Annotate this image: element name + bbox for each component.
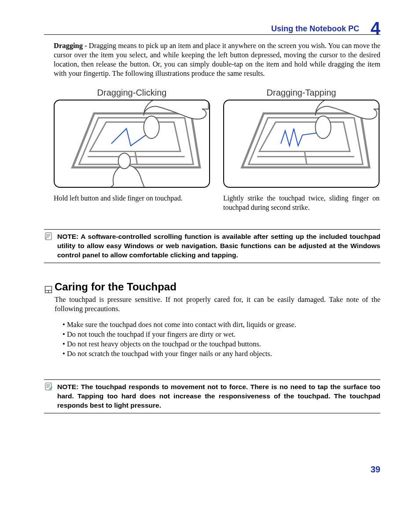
precaution-item: Do not scratch the touchpad with your fi… bbox=[63, 349, 380, 359]
svg-point-6 bbox=[118, 153, 130, 169]
dragging-text: Dragging means to pick up an item and pl… bbox=[54, 41, 380, 78]
figure-left-label: Dragging-Clicking bbox=[54, 88, 210, 98]
figure-left: Dragging-Clicking bbox=[54, 88, 210, 212]
figure-left-illustration bbox=[54, 100, 210, 188]
touchpad-section-icon bbox=[45, 283, 52, 290]
precaution-item: Make sure the touchpad does not come int… bbox=[63, 320, 380, 330]
dragging-paragraph: Dragging - Dragging means to pick up an … bbox=[54, 41, 380, 78]
figures-row: Dragging-Clicking bbox=[54, 88, 380, 212]
section-heading-caring: Caring for the Touchpad bbox=[55, 281, 380, 293]
svg-marker-2 bbox=[90, 122, 181, 152]
figure-right-label: Dragging-Tapping bbox=[223, 88, 379, 98]
figure-left-caption: Hold left button and slide finger on tou… bbox=[54, 194, 210, 203]
chapter-title: Using the Notebook PC bbox=[271, 24, 359, 33]
precaution-item: Do not rest heavy objects on the touchpa… bbox=[63, 339, 380, 349]
figure-right-illustration bbox=[223, 100, 379, 188]
precautions-list: Make sure the touchpad does not come int… bbox=[63, 320, 380, 359]
figure-right: Dragging-Tapping Lightly strike the touc… bbox=[223, 88, 379, 212]
precaution-item: Do not touch the touchpad if your finger… bbox=[63, 330, 380, 339]
manual-page: Using the Notebook PC 4 Dragging - Dragg… bbox=[0, 0, 420, 509]
svg-line-4 bbox=[135, 152, 137, 164]
section-heading-text: Caring for the Touchpad bbox=[55, 281, 177, 293]
page-header: Using the Notebook PC 4 bbox=[44, 18, 380, 35]
note1-text: A software-controlled scrolling function… bbox=[57, 233, 380, 259]
note-icon bbox=[45, 232, 53, 240]
page-number: 39 bbox=[371, 464, 380, 475]
note2-prefix: NOTE: bbox=[57, 383, 81, 390]
section-intro: The touchpad is pressure sensitive. If n… bbox=[55, 295, 380, 314]
dragging-term: Dragging - bbox=[54, 41, 89, 50]
svg-point-5 bbox=[144, 116, 159, 139]
note-block-1: NOTE: A software-controlled scrolling fu… bbox=[44, 229, 380, 263]
figure-right-caption: Lightly strike the touchpad twice, slidi… bbox=[223, 194, 379, 212]
svg-marker-9 bbox=[259, 122, 350, 152]
note-icon bbox=[45, 383, 53, 390]
svg-line-11 bbox=[305, 152, 307, 164]
svg-rect-17 bbox=[45, 383, 52, 390]
note1-prefix: NOTE: bbox=[57, 233, 81, 240]
chapter-number: 4 bbox=[371, 19, 380, 37]
svg-point-12 bbox=[315, 116, 331, 139]
note2-text: The touchpad responds to movement not to… bbox=[57, 383, 380, 409]
note-block-2: NOTE: The touchpad responds to movement … bbox=[44, 379, 380, 413]
